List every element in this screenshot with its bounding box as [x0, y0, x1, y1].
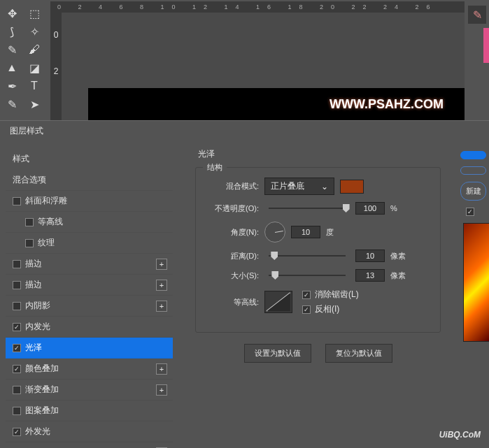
style-item-12[interactable]: 投影+	[6, 442, 173, 448]
watermark: UiBQ.CoM	[439, 426, 481, 441]
styles-list-panel: 样式 混合选项 斜面和浮雕等高线纹理描边+描边+内阴影+内发光光泽颜色叠加+渐变…	[0, 141, 178, 445]
type-tool[interactable]: T	[24, 78, 45, 94]
style-checkbox[interactable]	[13, 386, 21, 394]
brush-tool[interactable]: 🖌	[24, 41, 45, 58]
document-canvas[interactable]: WWW.PSAHZ.COM	[88, 88, 465, 120]
style-label: 渐变叠加	[25, 384, 59, 396]
style-item-11[interactable]: 外发光	[6, 421, 173, 442]
blend-mode-label: 混合模式:	[208, 181, 259, 192]
style-label: 描边	[25, 258, 42, 270]
color-panel-edge	[483, 28, 489, 63]
angle-input[interactable]	[291, 226, 320, 238]
new-style-button[interactable]: 新建	[460, 182, 486, 201]
reset-default-button[interactable]: 复位为默认值	[325, 344, 392, 363]
ruler-vertical: 0 2	[50, 13, 62, 120]
wand-tool[interactable]: ✧	[24, 23, 45, 40]
pen-tool[interactable]: ✒	[1, 78, 22, 94]
canvas-background: WWW.PSAHZ.COM	[62, 13, 465, 120]
style-label: 光泽	[25, 342, 42, 354]
toolbox: ✥ ⬚ ⟆ ✧ ✎ 🖌 ▲ ◪ ✒ T ✎ ➤	[0, 3, 48, 114]
color-swatch[interactable]	[340, 180, 364, 194]
size-slider[interactable]	[269, 275, 346, 276]
style-checkbox[interactable]	[13, 407, 21, 415]
contour-picker[interactable]	[264, 291, 292, 313]
style-checkbox[interactable]	[13, 302, 21, 310]
style-checkbox[interactable]	[13, 344, 21, 352]
style-checkbox[interactable]	[25, 218, 34, 226]
chevron-down-icon: ⌄	[321, 182, 328, 192]
size-unit: 像素	[390, 270, 411, 281]
make-default-button[interactable]: 设置为默认值	[244, 344, 311, 363]
add-effect-icon[interactable]: +	[156, 384, 167, 396]
styles-header[interactable]: 样式	[6, 148, 173, 170]
pointer-tool[interactable]: ➤	[24, 96, 45, 113]
style-label: 纹理	[38, 237, 55, 249]
style-item-7[interactable]: 光泽	[6, 338, 173, 359]
distance-input[interactable]	[355, 250, 385, 262]
blend-mode-select[interactable]: 正片叠底 ⌄	[264, 178, 334, 195]
style-label: 内阴影	[25, 300, 50, 312]
style-checkbox[interactable]	[13, 428, 21, 436]
add-effect-icon[interactable]: +	[156, 280, 167, 291]
blending-options[interactable]: 混合选项	[6, 170, 173, 191]
style-checkbox[interactable]	[25, 239, 34, 247]
lasso-tool[interactable]: ⟆	[1, 23, 22, 40]
style-label: 内发光	[25, 321, 50, 333]
eyedropper-tool[interactable]: ✎	[1, 41, 22, 58]
preview-checkbox[interactable]	[460, 208, 486, 216]
style-item-9[interactable]: 渐变叠加+	[6, 380, 173, 400]
add-effect-icon[interactable]: +	[156, 301, 167, 312]
antialias-checkbox[interactable]: 消除锯齿(L)	[302, 289, 359, 301]
distance-unit: 像素	[390, 251, 411, 261]
style-checkbox[interactable]	[13, 281, 21, 289]
settings-panel: 光泽 结构 混合模式: 正片叠底 ⌄ 不透明度(O): % 角度(N):	[178, 141, 458, 445]
marquee-tool[interactable]: ⬚	[24, 5, 45, 22]
ruler-tick: 2	[54, 66, 59, 76]
style-checkbox[interactable]	[13, 260, 21, 268]
move-tool[interactable]: ✥	[1, 5, 22, 22]
blend-mode-value: 正片叠底	[271, 180, 304, 192]
dialog-title: 图层样式	[0, 120, 489, 141]
ruler-horizontal: 0 2 4 6 8 10 12 14 16 18 20 22 24 26	[50, 1, 465, 13]
stamp-tool[interactable]: ▲	[1, 59, 22, 76]
style-label: 图案叠加	[25, 405, 59, 417]
style-checkbox[interactable]	[13, 197, 21, 205]
style-checkbox[interactable]	[13, 323, 21, 331]
cancel-button[interactable]	[460, 166, 486, 175]
style-item-5[interactable]: 内阴影+	[6, 296, 173, 317]
style-item-3[interactable]: 描边+	[6, 254, 173, 275]
opacity-slider[interactable]	[269, 208, 346, 209]
style-item-1[interactable]: 等高线	[6, 212, 173, 233]
add-effect-icon[interactable]: +	[156, 259, 167, 270]
path-tool[interactable]: ✎	[1, 96, 22, 113]
angle-unit: 度	[326, 227, 347, 238]
angle-dial[interactable]	[264, 222, 285, 243]
eraser-tool[interactable]: ◪	[24, 59, 45, 76]
group-label: 结构	[203, 162, 227, 173]
angle-label: 角度(N):	[208, 227, 259, 238]
size-input[interactable]	[355, 269, 385, 282]
style-item-0[interactable]: 斜面和浮雕	[6, 191, 173, 212]
distance-label: 距离(D):	[208, 251, 259, 261]
style-item-4[interactable]: 描边+	[6, 275, 173, 296]
section-title: 光泽	[195, 148, 441, 160]
style-label: 等高线	[38, 216, 63, 228]
style-label: 描边	[25, 279, 42, 291]
style-label: 颜色叠加	[25, 363, 59, 375]
distance-slider[interactable]	[269, 255, 346, 256]
contour-label: 等高线:	[208, 297, 259, 308]
opacity-input[interactable]	[355, 202, 385, 215]
invert-checkbox[interactable]: 反相(I)	[302, 303, 359, 315]
style-checkbox[interactable]	[13, 365, 21, 373]
style-item-8[interactable]: 颜色叠加+	[6, 359, 173, 380]
style-item-10[interactable]: 图案叠加	[6, 400, 173, 421]
dialog-buttons-panel: 新建	[458, 141, 489, 445]
ruler-tick: 0	[54, 30, 59, 40]
structure-group: 结构 混合模式: 正片叠底 ⌄ 不透明度(O): % 角度(N): 度	[195, 167, 441, 333]
ok-button[interactable]	[460, 151, 486, 159]
effect-preview	[463, 223, 489, 342]
edit-icon[interactable]: ✎	[468, 6, 486, 24]
add-effect-icon[interactable]: +	[156, 363, 167, 375]
style-item-2[interactable]: 纹理	[6, 233, 173, 254]
style-item-6[interactable]: 内发光	[6, 317, 173, 338]
